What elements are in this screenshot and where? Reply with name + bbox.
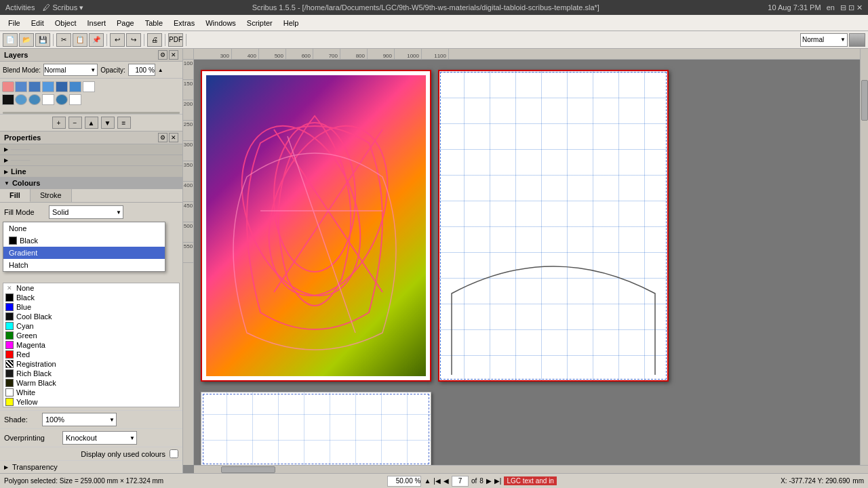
- layers-settings[interactable]: ⚙: [158, 50, 167, 60]
- menu-object[interactable]: Object: [50, 18, 82, 28]
- scrollbar-vertical[interactable]: [860, 60, 868, 465]
- view-mode-select-wrap[interactable]: Normal ▼: [800, 33, 848, 47]
- layer-down-btn[interactable]: ▼: [101, 117, 115, 129]
- color-item-registration[interactable]: Registration: [3, 359, 179, 369]
- tb-undo[interactable]: ↩: [110, 33, 125, 47]
- zoom-input[interactable]: [387, 476, 421, 487]
- display-used-checkbox[interactable]: [170, 449, 178, 458]
- page-nav-prev[interactable]: |◀: [433, 477, 441, 485]
- menu-insert[interactable]: Insert: [82, 18, 112, 28]
- blend-mode-select[interactable]: Normal: [43, 64, 98, 76]
- layer-icon-b1[interactable]: [15, 81, 27, 92]
- tab-stroke[interactable]: Stroke: [31, 189, 72, 202]
- layer-icon-eye1[interactable]: [2, 81, 14, 92]
- tb-cut[interactable]: ✂: [56, 33, 71, 47]
- tb-copy[interactable]: 📋: [73, 33, 87, 47]
- tb-open[interactable]: 📂: [19, 33, 34, 47]
- layer-icon-c3[interactable]: [42, 94, 54, 105]
- layer-remove-btn[interactable]: −: [68, 117, 82, 129]
- dropdown-none[interactable]: None: [3, 222, 165, 235]
- tab-fill[interactable]: Fill: [0, 189, 31, 202]
- page-nav-last[interactable]: ▶|: [494, 477, 502, 485]
- color-item-green[interactable]: Green: [3, 331, 179, 340]
- dropdown-gradient[interactable]: Gradient: [3, 247, 165, 259]
- fill-mode-select[interactable]: Solid Gradient Hatch: [49, 205, 123, 219]
- layer-icon-b4[interactable]: [56, 81, 68, 92]
- opacity-input[interactable]: [128, 64, 155, 76]
- prop-section-line[interactable]: ▶ Line: [0, 166, 182, 178]
- color-item-cyan[interactable]: Cyan: [3, 321, 179, 331]
- fill-mode-select-wrap[interactable]: Solid Gradient Hatch ▼: [49, 205, 123, 219]
- properties-settings[interactable]: ⚙: [158, 133, 167, 142]
- page-input[interactable]: [452, 476, 469, 487]
- color-item-black[interactable]: Black: [3, 293, 179, 302]
- tb-paste[interactable]: 📌: [89, 33, 104, 47]
- page-nav-back[interactable]: ◀: [443, 477, 449, 485]
- tb-redo[interactable]: ↪: [126, 33, 141, 47]
- ruler-tick-v-150: 150: [183, 80, 193, 100]
- layer-extra-btn[interactable]: ≡: [117, 117, 131, 129]
- tb-color-preview[interactable]: [849, 33, 865, 47]
- scrollbar-horizontal[interactable]: [194, 465, 868, 473]
- color-item-blue[interactable]: Blue: [3, 302, 179, 312]
- scrollbar-thumb-v[interactable]: [861, 80, 868, 121]
- layer-icon-b6[interactable]: [83, 81, 95, 92]
- menu-edit[interactable]: Edit: [26, 18, 50, 28]
- opacity-up[interactable]: ▲: [158, 67, 163, 73]
- overprint-select[interactable]: Knockout Overprint: [62, 431, 137, 445]
- overprint-select-wrap[interactable]: Knockout Overprint ▼: [62, 431, 137, 445]
- layer-icon-c1[interactable]: [15, 94, 27, 105]
- color-item-red[interactable]: Red: [3, 350, 179, 359]
- menu-scripter[interactable]: Scripter: [241, 18, 278, 28]
- layers-close[interactable]: ✕: [169, 50, 178, 60]
- tb-new[interactable]: 📄: [3, 33, 18, 47]
- menu-extras[interactable]: Extras: [168, 18, 200, 28]
- color-item-none[interactable]: ✕ None: [3, 283, 179, 293]
- fill-dropdown-menu[interactable]: None Black Gradient Hatch: [3, 222, 165, 272]
- dropdown-black[interactable]: Black: [3, 235, 165, 247]
- page-nav-fwd[interactable]: ▶: [486, 477, 492, 485]
- layer-icon-b3[interactable]: [42, 81, 54, 92]
- canvas-scroll[interactable]: 100 150 200 250 300 350 400 450 500 550: [183, 60, 868, 465]
- zoom-up-icon[interactable]: ▲: [424, 477, 431, 485]
- color-item-richblack[interactable]: Rich Black: [3, 369, 179, 378]
- menu-file[interactable]: File: [3, 18, 26, 28]
- layer-icon-c2[interactable]: [28, 94, 41, 105]
- tb-save[interactable]: 💾: [35, 33, 50, 47]
- vscroll-top[interactable]: [860, 49, 868, 60]
- color-item-coolblack[interactable]: Cool Black: [3, 312, 179, 321]
- app-label[interactable]: 🖊 Scribus ▾: [43, 3, 83, 12]
- layer-icon-b2[interactable]: [28, 81, 41, 92]
- canvas-area: 300 400 500 600 700 800 900 1000 1100 10…: [183, 49, 868, 473]
- blend-mode-wrap[interactable]: Normal ▼: [43, 64, 98, 76]
- prop-section-arrow2[interactable]: ▶ ────: [0, 155, 182, 166]
- layer-icon-c4[interactable]: [56, 94, 68, 105]
- layer-up-btn[interactable]: ▲: [85, 117, 98, 129]
- activities-label[interactable]: Activities: [5, 3, 35, 12]
- color-item-white[interactable]: White: [3, 388, 179, 397]
- menu-windows[interactable]: Windows: [200, 18, 241, 28]
- locale-label: en: [827, 3, 835, 12]
- color-item-yellow[interactable]: Yellow: [3, 397, 179, 407]
- transparency-row[interactable]: ▶ Transparency: [0, 460, 182, 473]
- layer-icon-c5[interactable]: [69, 94, 81, 105]
- dropdown-hatch[interactable]: Hatch: [3, 259, 165, 271]
- color-item-magenta[interactable]: Magenta: [3, 340, 179, 350]
- window-controls[interactable]: ⊟ ⊡ ✕: [840, 3, 863, 12]
- menu-table[interactable]: Table: [140, 18, 168, 28]
- layer-add-btn[interactable]: +: [52, 117, 66, 129]
- shade-select[interactable]: 100%: [42, 413, 117, 426]
- menu-page[interactable]: Page: [111, 18, 140, 28]
- shade-select-wrap[interactable]: 100% ▼: [42, 413, 117, 426]
- tb-pdf[interactable]: PDF: [168, 33, 183, 47]
- properties-close[interactable]: ✕: [169, 133, 178, 142]
- prop-section-colours[interactable]: ▼ Colours: [0, 178, 182, 189]
- scrollbar-thumb-h[interactable]: [221, 466, 275, 473]
- prop-section-arrow1[interactable]: ▶ ────: [0, 144, 182, 155]
- color-item-warmblack[interactable]: Warm Black: [3, 378, 179, 388]
- view-mode-select[interactable]: Normal: [800, 33, 848, 47]
- layer-icon-black[interactable]: [2, 94, 14, 105]
- menu-help[interactable]: Help: [278, 18, 304, 28]
- layer-icon-b5[interactable]: [69, 81, 81, 92]
- tb-print[interactable]: 🖨: [147, 33, 162, 47]
